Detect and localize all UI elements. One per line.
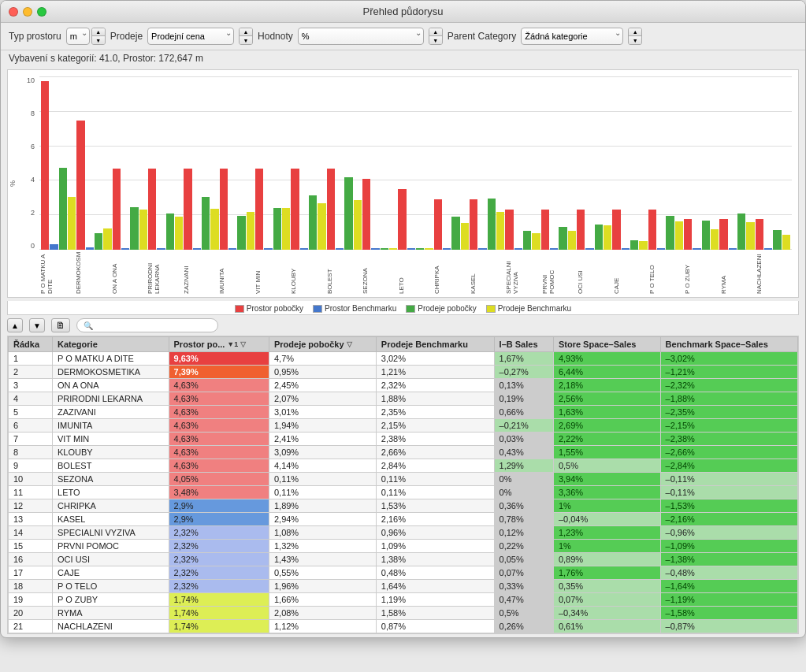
parent-stepper-up[interactable]: ▲ xyxy=(629,28,641,36)
cell-row: 21 xyxy=(9,620,53,633)
bar-group xyxy=(184,169,218,250)
info-bar: Vybavení s kategorií: 41.0, Prostor: 172… xyxy=(1,50,805,66)
bar-yellow xyxy=(210,209,218,250)
minimize-button[interactable] xyxy=(23,7,32,17)
stepper-down[interactable]: ▼ xyxy=(92,36,105,44)
cell-benchmark: 2,32% xyxy=(376,379,494,392)
col-prodeje[interactable]: Prodeje pobočky ▽ xyxy=(269,337,376,352)
cell-benchmark: 1,53% xyxy=(376,499,494,513)
cell-benchmark: 2,15% xyxy=(376,419,494,433)
cell-row: 1 xyxy=(9,352,53,366)
cell-prostor: 4,63% xyxy=(169,446,269,459)
parent-category-select-wrapper: Žádná kategorie xyxy=(521,28,623,45)
cell-ss: –0,34% xyxy=(553,607,660,620)
bar-yellow xyxy=(746,222,754,250)
cell-bss: –1,88% xyxy=(660,392,797,406)
filter-icon-prodeje[interactable]: ▽ xyxy=(347,340,352,348)
sort-desc-button[interactable]: ▼ xyxy=(29,318,45,332)
cell-bss: –1,09% xyxy=(660,540,797,553)
prodeje-stepper-up[interactable]: ▲ xyxy=(240,28,252,36)
search-input[interactable] xyxy=(96,321,211,330)
hodnoty-select[interactable]: % xyxy=(298,28,424,45)
table-row: 20RYMA1,74%2,08%1,58%0,5%–0,34%–1,58% xyxy=(9,607,798,620)
cell-bss: –2,84% xyxy=(660,459,797,473)
cell-ss: 2,56% xyxy=(553,392,660,406)
cell-prostor: 4,63% xyxy=(169,379,269,392)
x-axis-label: ON A ONA xyxy=(111,252,147,295)
cell-prodeje: 1,94% xyxy=(269,419,376,433)
cell-kategorie: IMUNITA xyxy=(53,419,169,433)
legend-label: Prodeje pobočky xyxy=(418,304,477,313)
cell-row: 8 xyxy=(9,446,53,459)
cell-ib: 0,66% xyxy=(494,406,553,419)
parent-category-select[interactable]: Žádná kategorie xyxy=(521,28,623,45)
table-row: 18P O TELO2,32%1,96%1,64%0,33%0,35%–1,64… xyxy=(9,580,798,593)
bar-blue xyxy=(300,248,308,250)
bar-green xyxy=(344,177,352,250)
filter-icon[interactable]: ▽ xyxy=(240,340,246,348)
col-ib[interactable]: I–B Sales xyxy=(494,337,553,352)
maximize-button[interactable] xyxy=(37,7,46,17)
bar-yellow xyxy=(461,223,469,250)
cell-benchmark: 1,09% xyxy=(376,540,494,553)
cell-prodeje: 1,96% xyxy=(269,580,376,593)
search-icon: 🔍 xyxy=(84,321,93,330)
cell-bss: –1,64% xyxy=(660,580,797,593)
bar-group xyxy=(41,81,76,250)
cell-ib: 0,78% xyxy=(494,513,553,526)
cell-kategorie: P O ZUBY xyxy=(53,593,169,607)
prodeje-stepper[interactable]: ▲ ▼ xyxy=(239,28,253,45)
cell-prodeje: 1,43% xyxy=(269,553,376,566)
bar-blue xyxy=(693,248,700,250)
legend-item: Prostor pobočky xyxy=(235,304,303,313)
bar-green xyxy=(773,230,781,250)
cell-row: 19 xyxy=(9,593,53,607)
hodnoty-stepper-up[interactable]: ▲ xyxy=(429,28,442,36)
prodeje-select[interactable]: Prodejní cena xyxy=(147,28,234,45)
typ-prostoru-stepper[interactable]: ▲ ▼ xyxy=(91,28,106,45)
col-bss[interactable]: Benchmark Space–Sales xyxy=(660,337,797,352)
stepper-up[interactable]: ▲ xyxy=(92,28,105,36)
cell-benchmark: 1,64% xyxy=(376,580,494,593)
table-row: 3ON A ONA4,63%2,45%2,32%0,13%2,18%–2,32% xyxy=(9,379,798,392)
col-kategorie[interactable]: Kategorie xyxy=(53,337,169,352)
col-benchmark[interactable]: Prodeje Benchmarku xyxy=(376,337,494,352)
hodnoty-stepper[interactable]: ▲ ▼ xyxy=(429,28,443,45)
cell-ib: 0% xyxy=(494,486,553,499)
x-axis-label: LETO xyxy=(398,252,433,295)
cell-kategorie: CHRIPKA xyxy=(53,499,169,513)
sort-asc-button[interactable]: ▲ xyxy=(7,318,23,332)
cell-ss: 4,93% xyxy=(553,352,660,366)
search-bar: 🔍 xyxy=(76,318,218,332)
bar-red xyxy=(220,169,228,250)
cell-prostor: 3,48% xyxy=(169,486,269,499)
bar-green xyxy=(416,248,424,250)
bar-green xyxy=(202,197,210,250)
table-header-row: Řádka Kategorie Prostor po... ▼1 ▽ Prode… xyxy=(9,337,798,352)
bar-red xyxy=(612,210,620,251)
cell-bss: –1,53% xyxy=(660,499,797,513)
bar-red xyxy=(684,219,692,250)
parent-stepper-down[interactable]: ▼ xyxy=(629,36,641,44)
col-prostor[interactable]: Prostor po... ▼1 ▽ xyxy=(169,337,269,352)
legend-label: Prostor Benchmarku xyxy=(325,304,396,313)
close-button[interactable] xyxy=(9,7,18,17)
cell-bss: –1,19% xyxy=(660,593,797,607)
table-wrapper[interactable]: Řádka Kategorie Prostor po... ▼1 ▽ Prode… xyxy=(7,336,799,634)
x-axis-label: KLOUBY xyxy=(290,252,325,295)
titlebar: Přehled půdorysu xyxy=(1,1,805,23)
col-radka[interactable]: Řádka xyxy=(9,337,53,352)
cell-bss: –1,58% xyxy=(660,607,797,620)
col-ss[interactable]: Store Space–Sales xyxy=(553,337,660,352)
cell-prodeje: 4,14% xyxy=(269,459,376,473)
bar-group xyxy=(470,199,504,250)
typ-prostoru-control: m ▲ ▼ xyxy=(66,28,106,45)
typ-prostoru-label: Typ prostoru xyxy=(9,31,61,42)
bar-blue xyxy=(550,248,558,250)
hodnoty-stepper-down[interactable]: ▼ xyxy=(429,36,442,44)
prodeje-stepper-down[interactable]: ▼ xyxy=(240,36,252,44)
cell-kategorie: RYMA xyxy=(53,607,169,620)
typ-prostoru-select[interactable]: m xyxy=(66,28,90,45)
parent-category-stepper[interactable]: ▲ ▼ xyxy=(628,28,642,45)
export-button[interactable]: 🗎 xyxy=(51,318,70,332)
